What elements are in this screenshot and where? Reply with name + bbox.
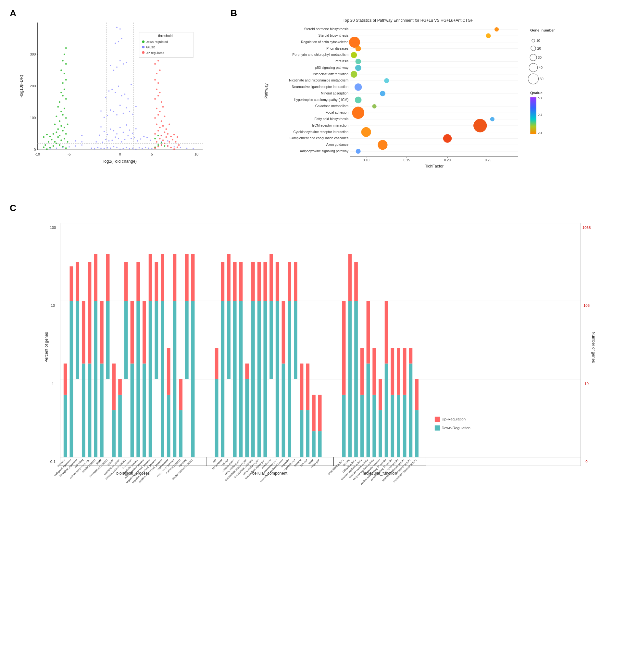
svg-point-173 <box>164 145 165 147</box>
dot-11 <box>355 97 362 104</box>
svg-rect-400 <box>354 301 358 457</box>
svg-rect-350 <box>167 395 170 457</box>
svg-text:Regulation of actin cytoskelet: Regulation of actin cytoskeleton <box>301 40 348 44</box>
svg-rect-352 <box>173 301 177 457</box>
svg-point-145 <box>67 124 68 125</box>
svg-point-193 <box>157 130 159 132</box>
svg-point-70 <box>135 128 137 130</box>
svg-text:Cytokinecytokine receptor inte: Cytokinecytokine receptor interaction <box>293 130 348 134</box>
svg-rect-320 <box>75 301 79 379</box>
svg-text:RichFactor: RichFactor <box>424 164 443 168</box>
svg-point-24 <box>123 148 124 149</box>
svg-point-219 <box>156 73 157 74</box>
svg-point-175 <box>157 135 159 136</box>
svg-rect-421 <box>415 379 419 410</box>
svg-text:Porphyrin and chlorophyll meta: Porphyrin and chlorophyll metabolism <box>292 53 348 56</box>
svg-point-32 <box>97 147 98 148</box>
svg-point-200 <box>156 124 157 125</box>
svg-text:FALSE: FALSE <box>146 46 155 49</box>
svg-point-211 <box>162 106 164 108</box>
svg-rect-391 <box>306 364 309 410</box>
svg-text:5: 5 <box>151 152 153 156</box>
dot-12 <box>372 104 376 108</box>
svg-point-63 <box>123 132 124 133</box>
svg-point-123 <box>59 144 61 146</box>
svg-text:1: 1 <box>52 382 54 386</box>
svg-point-216 <box>159 92 161 94</box>
svg-point-92 <box>116 67 118 68</box>
svg-point-55 <box>143 136 145 137</box>
svg-point-133 <box>54 141 56 142</box>
svg-point-90 <box>131 84 132 85</box>
dotplot-title: Top 20 Statistics of Pathway Enrichment … <box>343 18 473 23</box>
svg-point-205 <box>154 117 156 119</box>
dot-14 <box>490 117 494 121</box>
svg-point-137 <box>65 133 67 135</box>
svg-rect-356 <box>185 301 189 379</box>
svg-point-113 <box>186 148 188 149</box>
svg-text:30: 30 <box>538 56 542 60</box>
svg-text:0.1: 0.1 <box>538 97 542 100</box>
svg-point-58 <box>150 139 151 141</box>
svg-rect-343 <box>142 301 146 363</box>
svg-point-44 <box>115 136 116 138</box>
svg-rect-332 <box>112 410 116 457</box>
svg-point-174 <box>154 138 156 139</box>
svg-point-182 <box>173 148 175 150</box>
cellular-component-bars <box>215 254 322 457</box>
svg-text:1058: 1058 <box>583 225 591 230</box>
svg-rect-403 <box>360 348 364 395</box>
svg-rect-363 <box>221 262 224 301</box>
svg-rect-411 <box>385 301 388 363</box>
svg-text:0.3: 0.3 <box>538 131 542 134</box>
svg-point-184 <box>156 141 157 142</box>
svg-point-164 <box>64 73 65 74</box>
svg-point-66 <box>129 130 130 131</box>
svg-point-166 <box>65 63 67 65</box>
svg-point-154 <box>64 108 65 110</box>
svg-point-111 <box>173 147 175 148</box>
svg-text:0: 0 <box>119 152 121 156</box>
svg-rect-335 <box>118 379 122 395</box>
svg-rect-399 <box>348 254 352 301</box>
svg-point-220 <box>159 69 161 71</box>
svg-rect-361 <box>215 348 219 379</box>
svg-rect-360 <box>215 379 219 457</box>
svg-point-43 <box>121 141 122 142</box>
dotplot-container: Top 20 Statistics of Pathway Enrichment … <box>231 16 628 172</box>
svg-text:log2(Fold change): log2(Fold change) <box>104 159 137 164</box>
svg-rect-359 <box>191 254 195 301</box>
svg-point-23 <box>113 146 114 147</box>
svg-text:-5: -5 <box>68 152 71 156</box>
svg-rect-402 <box>360 395 364 457</box>
svg-text:-log10(FDR): -log10(FDR) <box>19 75 24 98</box>
svg-point-130 <box>64 138 65 139</box>
svg-point-100 <box>115 43 116 44</box>
barchart-svg: 100 10 1 0.1 Percent of genes 1058 105 1… <box>10 214 628 533</box>
svg-rect-342 <box>142 364 146 457</box>
svg-rect-338 <box>131 364 134 457</box>
svg-rect-418 <box>409 364 413 457</box>
dot-17 <box>443 134 452 142</box>
dot-6 <box>355 65 362 71</box>
svg-rect-387 <box>294 262 298 301</box>
dot-7 <box>351 71 357 78</box>
svg-text:Pertussis: Pertussis <box>335 60 349 63</box>
panel-b: B Top 20 Statistics of Pathway Enrichmen… <box>227 6 632 188</box>
svg-point-80 <box>100 111 102 112</box>
svg-point-64 <box>107 134 108 135</box>
svg-point-217 <box>154 79 156 81</box>
svg-text:0.20: 0.20 <box>444 158 451 162</box>
svg-rect-380 <box>276 301 279 457</box>
svg-point-74 <box>110 110 111 111</box>
svg-rect-405 <box>367 301 370 363</box>
svg-point-215 <box>156 89 157 90</box>
svg-rect-297 <box>530 97 536 134</box>
svg-text:Prion diseases: Prion diseases <box>326 47 348 50</box>
svg-point-199 <box>177 136 178 138</box>
panel-c: C 100 10 1 0.1 Percent of genes 1058 105… <box>6 201 632 617</box>
svg-rect-317 <box>64 364 67 395</box>
svg-point-69 <box>132 133 133 134</box>
svg-rect-323 <box>82 301 85 363</box>
svg-point-169 <box>65 47 67 49</box>
